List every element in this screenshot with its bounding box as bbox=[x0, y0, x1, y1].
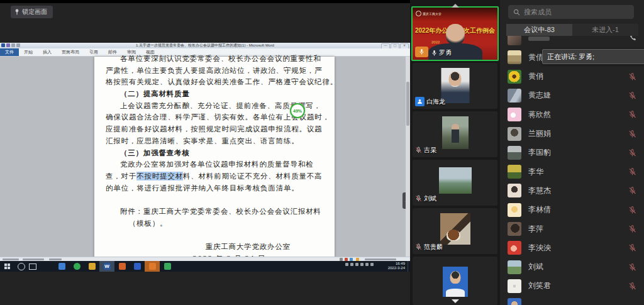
video-tile-speaker[interactable]: 重庆工商大学 2022年办公室 次工作例会 2022 bbox=[411, 6, 499, 61]
participant-name: 李林倩 bbox=[528, 204, 551, 215]
participant-panel: 黄倩黄俏黄志婕蒋欣然兰丽娟李国豹李华李慧杰李林倩李萍李泱泱刘斌刘笑君 搜索成员 … bbox=[500, 0, 644, 305]
participant-name: 李慧杰 bbox=[528, 186, 551, 196]
clock-date: 2022-3-24 bbox=[388, 266, 405, 270]
meeting-app-icon bbox=[145, 261, 160, 272]
participant-row[interactable]: 李国豹 bbox=[508, 143, 640, 162]
participant-row[interactable]: 李慧杰 bbox=[508, 181, 640, 200]
speaking-toast: 正在讲话: 罗勇; bbox=[542, 49, 644, 64]
app-green-icon bbox=[160, 261, 175, 272]
mic-muted-icon bbox=[628, 206, 636, 214]
document-text-run: 查，对于 bbox=[106, 172, 136, 180]
speaker-name-bar: 罗勇 bbox=[431, 48, 452, 57]
university-logo: 重庆工商大学 bbox=[416, 11, 441, 16]
ribbon-tab-插入: 插入 bbox=[38, 48, 57, 56]
progress-percent: 49% bbox=[293, 109, 302, 113]
participant-name: 白海龙 bbox=[426, 97, 445, 106]
participant-name: 李泱泱 bbox=[528, 243, 551, 253]
document-line: （二）提高材料质量 bbox=[106, 88, 323, 100]
scroll-up-icon[interactable] bbox=[452, 4, 459, 8]
video-tile[interactable]: 刘斌 bbox=[413, 160, 497, 206]
participant-row[interactable]: 李华 bbox=[508, 162, 640, 181]
illustration-avatar bbox=[508, 222, 521, 236]
document-line: 各单位要深刻认识党委常委会、校长办公会会议的重要性和 bbox=[106, 53, 323, 65]
tab-in-meeting[interactable]: 会议中-83 bbox=[506, 24, 572, 36]
shared-screen-view[interactable]: 锁定画面 1.关于进一步规范党委常委会、校长办公会议题申报工作的通知(1) - … bbox=[0, 0, 410, 305]
taskbar-clock: 16:49 2022-3-24 bbox=[388, 262, 405, 270]
speaker-name: 罗勇 bbox=[439, 48, 452, 57]
ribbon-tab-页面布局: 页面布局 bbox=[57, 48, 84, 56]
participant-row[interactable]: 黄俏 bbox=[508, 67, 640, 86]
university-emblem-icon bbox=[416, 11, 421, 16]
word-title-bar: 1.关于进一步规范党委常委会、校长办公会议题申报工作的通知(1) - Micro… bbox=[0, 43, 410, 48]
tab-not-joined[interactable]: 未进入-1 bbox=[572, 24, 638, 36]
avatar-photo bbox=[439, 167, 472, 194]
scroll-down-icon[interactable] bbox=[452, 299, 459, 303]
participant-row[interactable]: 李林倩 bbox=[508, 201, 640, 219]
video-tile[interactable]: 白海龙 bbox=[413, 63, 497, 109]
word-title-text: 1.关于进一步规范党委常委会、校长办公会议题申报工作的通知(1) - Micro… bbox=[0, 43, 410, 48]
document-line bbox=[106, 229, 323, 241]
progress-ring-badge: 49% bbox=[290, 103, 305, 118]
participant-name: 黄志婕 bbox=[528, 90, 551, 101]
mic-muted-icon bbox=[628, 130, 636, 138]
start-button-icon bbox=[0, 261, 14, 272]
unmute-button[interactable] bbox=[415, 47, 428, 57]
participant-list: 黄倩黄俏黄志婕蒋欣然兰丽娟李国豹李华李慧杰李林倩李萍李泱泱刘斌刘笑君 bbox=[500, 0, 644, 305]
document-line: 的单位，将进行通报批评并纳入年终目标考核负面清单。 bbox=[106, 182, 323, 194]
participant-row[interactable]: 李萍 bbox=[508, 219, 640, 238]
participant-row[interactable]: 刘笑君 bbox=[508, 277, 640, 296]
document-line: （模板）。 bbox=[106, 218, 323, 230]
muted-mic-icon bbox=[415, 195, 422, 203]
portrait-avatar bbox=[508, 127, 521, 141]
white-cats-avatar bbox=[508, 279, 521, 293]
video-tile[interactable]: 吉杲 bbox=[413, 111, 497, 157]
word-window: 1.关于进一步规范党委常委会、校长办公会议题申报工作的通知(1) - Micro… bbox=[0, 43, 410, 261]
mic-muted-icon bbox=[628, 187, 636, 195]
search-member-box[interactable]: 搜索成员 bbox=[508, 5, 634, 19]
mic-muted-icon bbox=[628, 244, 636, 252]
participant-row[interactable]: 蒋欣然 bbox=[508, 105, 640, 124]
mic-muted-icon bbox=[628, 225, 636, 233]
ribbon-tab-文件: 文件 bbox=[0, 48, 19, 56]
mic-muted-icon bbox=[628, 111, 636, 119]
lock-view-button[interactable]: 锁定画面 bbox=[11, 6, 53, 18]
mic-muted-icon bbox=[628, 282, 636, 290]
field-avatar bbox=[508, 165, 521, 179]
selected-text: 不按时提交材 bbox=[136, 172, 183, 180]
document-line: 党政办公室将加强对各单位议题申报材料的质量督导和检 bbox=[106, 158, 323, 170]
document-text-run: 料、材料前期论证不充分、材料质量不高 bbox=[183, 172, 322, 180]
video-tile[interactable]: 范贵麟 bbox=[413, 208, 497, 254]
participant-row[interactable]: 黄志婕 bbox=[508, 86, 640, 105]
pin-icon bbox=[14, 9, 19, 15]
participant-row[interactable]: 兰丽娟 bbox=[508, 125, 640, 143]
participant-name: 范贵麟 bbox=[424, 243, 443, 252]
participant-row[interactable]: 李泱泱 bbox=[508, 238, 640, 257]
muted-mic-icon bbox=[415, 243, 422, 252]
document-line: 汇报时，应思路清晰、实事求是、重点突出、语言简练。 bbox=[106, 135, 323, 147]
clock-time: 16:49 bbox=[388, 262, 405, 266]
pink-art-avatar bbox=[508, 108, 521, 121]
document-line bbox=[106, 194, 323, 206]
banner-title-right: 次工作例会 bbox=[464, 26, 495, 35]
task-view-icon bbox=[29, 263, 36, 270]
avatar-photo bbox=[440, 213, 470, 245]
participant-name: 刘斌 bbox=[424, 194, 436, 203]
roster-tabs: 会议中-83 未进入-1 bbox=[506, 24, 638, 36]
mic-muted-icon bbox=[628, 72, 636, 80]
participant-row[interactable]: 刘斌 bbox=[508, 258, 640, 277]
document-line: 查，对于不按时提交材料、材料前期论证不充分、材料质量不高 bbox=[106, 170, 323, 182]
pinned-app-icons: W bbox=[54, 261, 175, 272]
video-tile-partial[interactable] bbox=[413, 257, 497, 305]
share-top-strip bbox=[0, 0, 410, 3]
participant-name: 刘斌 bbox=[528, 262, 543, 272]
participant-name: 李国豹 bbox=[528, 147, 551, 158]
participant-row[interactable] bbox=[508, 296, 640, 305]
document-text: 各单位要深刻认识党委常委会、校长办公会会议的重要性和严肃性，单位主要负责人要提高… bbox=[94, 53, 335, 261]
person-badge-icon bbox=[415, 97, 425, 106]
mic-muted-icon bbox=[628, 148, 636, 157]
app-blue2-icon bbox=[130, 261, 145, 272]
avatar-photo bbox=[442, 116, 469, 149]
meeting-window: 锁定画面 1.关于进一步规范党委常委会、校长办公会议题申报工作的通知(1) - … bbox=[0, 0, 644, 305]
university-logo-text: 重庆工商大学 bbox=[423, 12, 441, 16]
landscape-avatar bbox=[508, 260, 521, 274]
